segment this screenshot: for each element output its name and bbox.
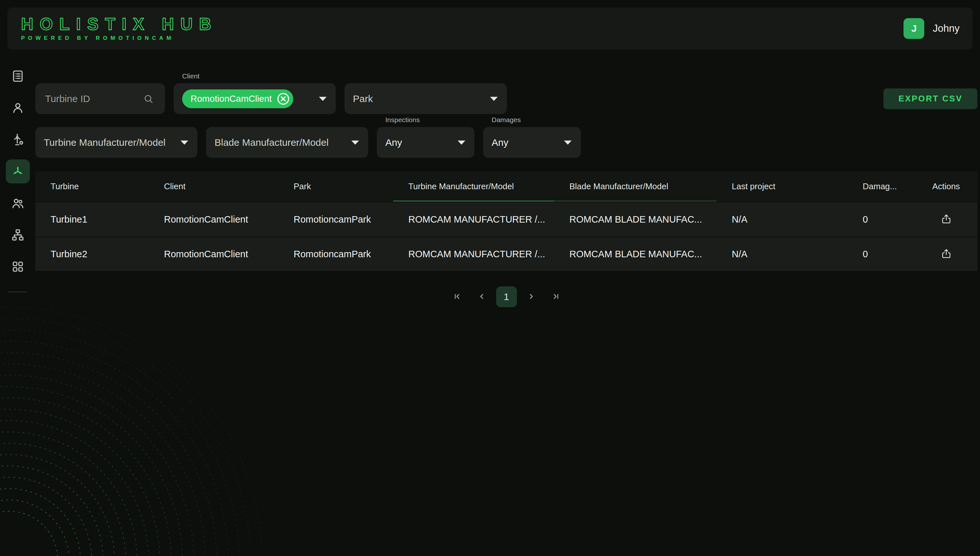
avatar[interactable]: J <box>904 18 924 39</box>
cell-turbine: Turbine2 <box>35 249 149 260</box>
cell-park: RomotioncamPark <box>278 214 393 225</box>
share-icon <box>941 248 952 260</box>
cell-park: RomotioncamPark <box>278 249 393 260</box>
cell-turbine-manufacturer: ROMCAM MANUFACTURER /... <box>393 214 554 225</box>
cell-damages: 0 <box>847 214 915 225</box>
sidebar-item-blades[interactable] <box>6 159 30 183</box>
apps-grid-icon <box>11 260 24 273</box>
col-blade-manufacturer[interactable]: Blade Manufacturer/Model <box>554 171 716 202</box>
blade-manufacturer-value: Blade Manufacturer/Model <box>215 137 328 148</box>
inspections-label: Inspections <box>385 116 420 124</box>
prev-page-button[interactable] <box>472 286 492 307</box>
cell-damages: 0 <box>847 249 915 260</box>
report-icon <box>11 70 24 83</box>
cell-last-project: N/A <box>716 214 847 225</box>
col-damages[interactable]: Damag... <box>847 171 915 202</box>
chevron-right-icon <box>526 292 536 302</box>
users-icon <box>11 196 24 210</box>
table-row[interactable]: Turbine1 RomotionCamClient RomotioncamPa… <box>35 202 977 236</box>
logo: HOLISTIX HUB POWERED BY ROMOTIONCAM <box>21 16 218 42</box>
cell-blade-manufacturer: ROMCAM BLADE MANUFAC... <box>554 214 716 225</box>
sidebar-item-users[interactable] <box>6 191 30 215</box>
damages-value: Any <box>492 137 508 148</box>
search-icon <box>143 93 154 104</box>
next-page-button[interactable] <box>521 286 542 307</box>
table-row[interactable]: Turbine2 RomotionCamClient RomotioncamPa… <box>35 236 977 272</box>
client-select[interactable]: Client RomotionCamClient <box>174 83 336 114</box>
park-select[interactable]: Park <box>344 83 507 114</box>
decorative-dots <box>0 303 356 556</box>
turbines-table: Turbine Client Park Turbine Manufacturer… <box>35 171 977 272</box>
first-page-button[interactable] <box>447 286 467 307</box>
export-row-button[interactable] <box>937 210 956 228</box>
filters: Client RomotionCamClient Pa <box>35 83 977 158</box>
client-label: Client <box>182 72 200 80</box>
export-csv-button[interactable]: EXPORT CSV <box>883 89 977 109</box>
col-turbine[interactable]: Turbine <box>35 171 149 202</box>
park-select-value: Park <box>353 93 373 104</box>
chip-remove-icon[interactable] <box>277 92 290 106</box>
sidebar-item-turbines[interactable] <box>6 128 30 152</box>
turbine-id-field <box>35 83 165 114</box>
last-page-icon <box>551 292 561 302</box>
export-row-button[interactable] <box>937 245 956 263</box>
logo-subtitle: POWERED BY ROMOTIONCAM <box>21 35 218 42</box>
cell-client: RomotionCamClient <box>149 249 278 260</box>
col-last-project[interactable]: Last project <box>716 171 847 202</box>
col-park[interactable]: Park <box>278 171 393 202</box>
damages-label: Damages <box>492 116 521 124</box>
sidebar-item-clients[interactable] <box>6 96 30 120</box>
damages-select[interactable]: Damages Any <box>483 127 581 158</box>
blade-manufacturer-select[interactable]: Blade Manufacturer/Model <box>206 127 368 158</box>
client-chip-label: RomotionCamClient <box>191 94 272 104</box>
chevron-down-icon <box>181 140 188 144</box>
chevron-down-icon <box>490 97 498 101</box>
col-client[interactable]: Client <box>149 171 278 202</box>
sidebar-item-apps[interactable] <box>6 255 30 279</box>
app-header: HOLISTIX HUB POWERED BY ROMOTIONCAM J Jo… <box>8 8 972 50</box>
share-icon <box>941 213 952 226</box>
sidebar-item-reports[interactable] <box>6 64 30 88</box>
turbine-manufacturer-select[interactable]: Turbine Manufacturer/Model <box>35 127 197 158</box>
main-content: Client RomotionCamClient Pa <box>35 50 977 307</box>
turbine-gear-icon <box>11 133 24 147</box>
sidebar <box>0 50 35 292</box>
chevron-down-icon <box>564 140 572 144</box>
chevron-left-icon <box>477 292 487 302</box>
col-actions: Actions <box>915 171 977 202</box>
col-turbine-manufacturer[interactable]: Turbine Manufacturer/Model <box>393 171 554 202</box>
client-chip[interactable]: RomotionCamClient <box>182 89 293 108</box>
logo-title: HOLISTIX HUB <box>21 16 218 32</box>
sidebar-divider <box>8 292 27 292</box>
cell-turbine-manufacturer: ROMCAM MANUFACTURER /... <box>393 249 554 260</box>
chevron-down-icon <box>351 140 359 144</box>
inspections-value: Any <box>385 137 402 148</box>
sidebar-item-sitemap[interactable] <box>6 223 30 247</box>
chevron-down-icon <box>458 140 466 144</box>
sitemap-icon <box>11 228 24 242</box>
cell-client: RomotionCamClient <box>149 214 278 225</box>
current-page-button[interactable]: 1 <box>496 286 517 307</box>
propeller-icon <box>11 165 24 178</box>
turbine-manufacturer-value: Turbine Manufacturer/Model <box>44 137 166 148</box>
table-header-row: Turbine Client Park Turbine Manufacturer… <box>35 171 977 202</box>
cell-turbine: Turbine1 <box>35 214 149 225</box>
user-name: Johny <box>933 23 960 34</box>
inspections-select[interactable]: Inspections Any <box>377 127 474 158</box>
first-page-icon <box>453 292 462 302</box>
pagination: 1 <box>35 286 977 307</box>
user-icon <box>11 101 24 115</box>
last-page-button[interactable] <box>545 286 566 307</box>
chevron-down-icon <box>319 97 327 101</box>
cell-last-project: N/A <box>716 249 847 260</box>
filters-row-2: Turbine Manufacturer/Model Blade Manufac… <box>35 127 977 158</box>
user-menu[interactable]: J Johny <box>904 18 960 39</box>
cell-blade-manufacturer: ROMCAM BLADE MANUFAC... <box>554 249 716 260</box>
filters-row-1: Client RomotionCamClient Pa <box>35 83 977 114</box>
